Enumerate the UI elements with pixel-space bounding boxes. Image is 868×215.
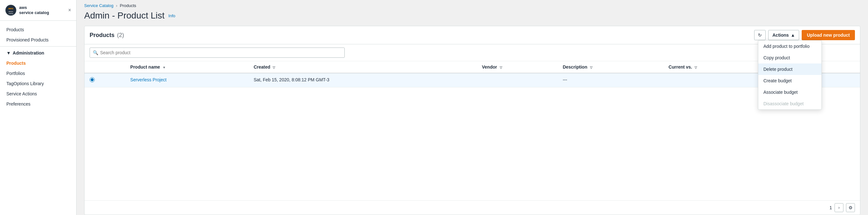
table-body: Serverless Project Sat, Feb 15, 2020, 8:… bbox=[85, 73, 860, 87]
sidebar-item-preferences[interactable]: Preferences bbox=[0, 99, 76, 109]
search-row: 🔍 bbox=[85, 44, 860, 61]
col-product-name[interactable]: Product name ▼ bbox=[125, 61, 249, 73]
products-table: Product name ▼ Created ▽ Vendor ▽ Desc bbox=[85, 61, 860, 87]
svg-text:catalog: catalog bbox=[9, 13, 13, 14]
aws-logo-icon: aws service catalog bbox=[5, 4, 17, 16]
row-radio-serverless[interactable] bbox=[90, 77, 95, 82]
table-card: Products (2) ↻ Actions ▲ Upload new prod… bbox=[84, 26, 860, 215]
table-container: Product name ▼ Created ▽ Vendor ▽ Desc bbox=[85, 61, 860, 200]
dropdown-item-delete-product[interactable]: Delete product bbox=[758, 63, 822, 75]
pagination-row: 1 › ⚙ bbox=[85, 200, 860, 215]
sort-icon-created: ▽ bbox=[273, 66, 275, 69]
sidebar-item-provisioned-products[interactable]: Provisioned Products bbox=[0, 35, 76, 45]
sort-icon-current-vs: ▽ bbox=[694, 66, 697, 69]
actions-label: Actions bbox=[772, 33, 788, 38]
col-vendor[interactable]: Vendor ▽ bbox=[477, 61, 557, 73]
row-created-value: Sat, Feb 15, 2020, 8:08:12 PM GMT-3 bbox=[253, 77, 329, 82]
page-title: Admin - Product List bbox=[84, 10, 164, 21]
row-created-cell: Sat, Feb 15, 2020, 8:08:12 PM GMT-3 bbox=[248, 73, 477, 87]
next-page-button[interactable]: › bbox=[835, 203, 843, 212]
upload-new-product-button[interactable]: Upload new product bbox=[802, 30, 855, 40]
info-badge[interactable]: Info bbox=[168, 13, 175, 18]
table-settings-button[interactable]: ⚙ bbox=[846, 203, 855, 212]
dropdown-item-associate-budget[interactable]: Associate budget bbox=[758, 87, 822, 98]
sidebar-administration-section: ▼ Administration bbox=[0, 48, 76, 58]
col-select bbox=[85, 61, 125, 73]
sidebar-subtitle: service catalog bbox=[19, 10, 49, 15]
table-count: (2) bbox=[117, 32, 124, 39]
next-page-icon: › bbox=[838, 206, 840, 210]
sidebar-item-service-actions[interactable]: Service Actions bbox=[0, 89, 76, 99]
search-input-wrapper: 🔍 bbox=[90, 48, 345, 58]
page-number: 1 bbox=[829, 205, 832, 210]
page-header: Admin - Product List Info bbox=[76, 9, 868, 26]
col-created[interactable]: Created ▽ bbox=[248, 61, 477, 73]
sort-icon-vendor: ▽ bbox=[500, 66, 502, 69]
breadcrumb: Service Catalog › Products bbox=[76, 0, 868, 9]
administration-label: Administration bbox=[13, 51, 44, 56]
sidebar-item-tagoptions-library[interactable]: TagOptions Library bbox=[0, 79, 76, 89]
sidebar-header: aws service catalog aws service catalog … bbox=[0, 0, 76, 21]
col-current-vs[interactable]: Current vs. ▽ bbox=[663, 61, 767, 73]
row-current-vs-cell bbox=[663, 73, 767, 87]
search-input[interactable] bbox=[90, 48, 345, 58]
refresh-icon: ↻ bbox=[758, 33, 762, 38]
row-description-cell: --- bbox=[558, 73, 663, 87]
sidebar-title: aws bbox=[19, 5, 49, 10]
settings-icon: ⚙ bbox=[848, 205, 853, 210]
dropdown-item-copy-product[interactable]: Copy product bbox=[758, 52, 822, 63]
table-toolbar: Products (2) ↻ Actions ▲ Upload new prod… bbox=[85, 26, 860, 44]
dropdown-item-create-budget[interactable]: Create budget bbox=[758, 75, 822, 87]
breadcrumb-separator: › bbox=[116, 3, 117, 8]
actions-button[interactable]: Actions ▲ bbox=[768, 30, 799, 40]
dropdown-item-disassociate-budget: Disassociate budget bbox=[758, 98, 822, 110]
product-name-link[interactable]: Serverless Project bbox=[130, 77, 167, 82]
sidebar-item-products-admin[interactable]: Products bbox=[0, 58, 76, 68]
sidebar-navigation: Products Provisioned Products ▼ Administ… bbox=[0, 21, 76, 113]
breadcrumb-current: Products bbox=[120, 3, 136, 8]
svg-text:aws: aws bbox=[8, 7, 13, 10]
row-product-name-cell: Serverless Project bbox=[125, 73, 249, 87]
sidebar: aws service catalog aws service catalog … bbox=[0, 0, 76, 215]
row-vendor-cell bbox=[477, 73, 557, 87]
sidebar-divider bbox=[0, 46, 76, 47]
breadcrumb-home-link[interactable]: Service Catalog bbox=[84, 3, 114, 8]
sort-icon-description: ▽ bbox=[590, 66, 592, 69]
main-content: Service Catalog › Products Admin - Produ… bbox=[76, 0, 868, 215]
sort-icon-product-name: ▼ bbox=[163, 66, 166, 69]
actions-caret-icon: ▲ bbox=[791, 33, 795, 38]
sidebar-close-button[interactable]: × bbox=[68, 7, 71, 13]
table-header: Product name ▼ Created ▽ Vendor ▽ Desc bbox=[85, 61, 860, 73]
col-description[interactable]: Description ▽ bbox=[558, 61, 663, 73]
svg-text:service: service bbox=[9, 11, 13, 12]
search-icon: 🔍 bbox=[93, 50, 98, 55]
row-select-cell[interactable] bbox=[85, 73, 125, 87]
refresh-button[interactable]: ↻ bbox=[754, 30, 766, 40]
table-title: Products bbox=[90, 32, 115, 39]
chevron-down-icon: ▼ bbox=[6, 51, 11, 56]
row-description-value: --- bbox=[563, 77, 567, 82]
dropdown-item-add-to-portfolio[interactable]: Add product to portfolio bbox=[758, 40, 822, 52]
table-row: Serverless Project Sat, Feb 15, 2020, 8:… bbox=[85, 73, 860, 87]
actions-dropdown-menu: Add product to portfolio Copy product De… bbox=[758, 40, 822, 110]
sidebar-item-portfolios[interactable]: Portfolios bbox=[0, 68, 76, 79]
sidebar-item-products[interactable]: Products bbox=[0, 25, 76, 35]
